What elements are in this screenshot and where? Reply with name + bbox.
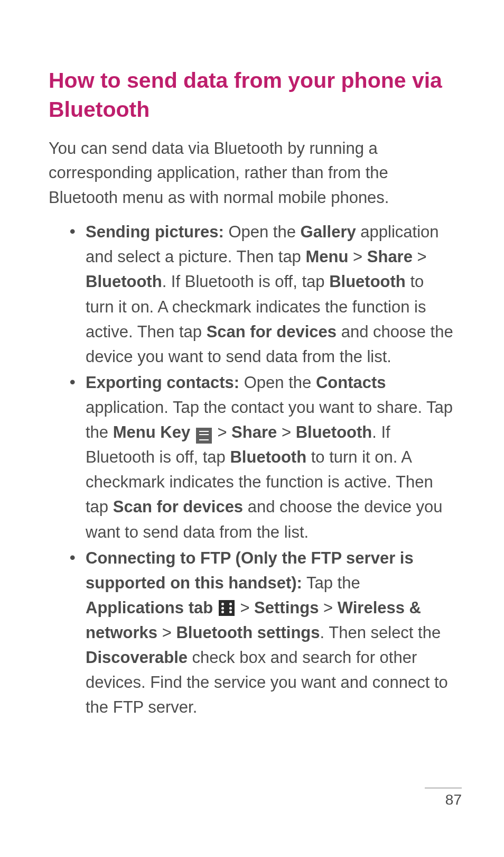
intro-paragraph: You can send data via Bluetooth by runni… bbox=[49, 136, 456, 210]
applications-tab-icon bbox=[219, 600, 235, 616]
text: > bbox=[348, 247, 367, 266]
page-number: 87 bbox=[425, 791, 462, 808]
item-lead: Exporting contacts: bbox=[86, 373, 239, 392]
ui-label: Applications tab bbox=[86, 598, 213, 617]
ui-label: Settings bbox=[254, 598, 319, 617]
ui-label: Scan for devices bbox=[113, 497, 243, 516]
text: > bbox=[157, 623, 176, 642]
list-item: Sending pictures: Open the Gallery appli… bbox=[86, 219, 456, 369]
instruction-list: Sending pictures: Open the Gallery appli… bbox=[49, 219, 456, 720]
menu-key-icon bbox=[196, 428, 212, 444]
ui-label: Discoverable bbox=[86, 648, 188, 667]
text: Tap the bbox=[302, 574, 360, 592]
item-lead: Connecting to FTP (Only the FTP server i… bbox=[86, 549, 414, 592]
text: > bbox=[236, 598, 254, 617]
ui-label: Scan for devices bbox=[207, 322, 337, 341]
manual-page: How to send data from your phone via Blu… bbox=[0, 0, 504, 857]
ui-label: Bluetooth bbox=[230, 448, 306, 466]
ui-label: Contacts bbox=[316, 373, 386, 392]
ui-label: Share bbox=[231, 423, 277, 441]
text: > bbox=[319, 598, 337, 617]
text: > bbox=[213, 423, 231, 441]
list-item: Connecting to FTP (Only the FTP server i… bbox=[86, 546, 456, 720]
footer-rule bbox=[425, 788, 462, 788]
list-item: Exporting contacts: Open the Contacts ap… bbox=[86, 370, 456, 545]
text: > bbox=[413, 247, 427, 266]
text: Open the bbox=[239, 373, 316, 392]
section-title: How to send data from your phone via Blu… bbox=[49, 66, 456, 125]
text: > bbox=[277, 423, 295, 441]
page-footer: 87 bbox=[425, 788, 462, 808]
ui-label: Share bbox=[367, 247, 413, 266]
item-lead: Sending pictures: bbox=[86, 223, 224, 241]
ui-label: Bluetooth bbox=[296, 423, 372, 441]
text: . If Bluetooth is off, tap bbox=[162, 272, 330, 291]
text: . Then select the bbox=[320, 623, 441, 642]
ui-label: Gallery bbox=[301, 223, 356, 241]
ui-label: Menu Key bbox=[113, 423, 190, 441]
ui-label: Menu bbox=[305, 247, 348, 266]
ui-label: Bluetooth bbox=[86, 272, 162, 291]
text: Open the bbox=[224, 223, 301, 241]
ui-label: Bluetooth bbox=[329, 272, 406, 291]
ui-label: Bluetooth settings bbox=[176, 623, 320, 642]
